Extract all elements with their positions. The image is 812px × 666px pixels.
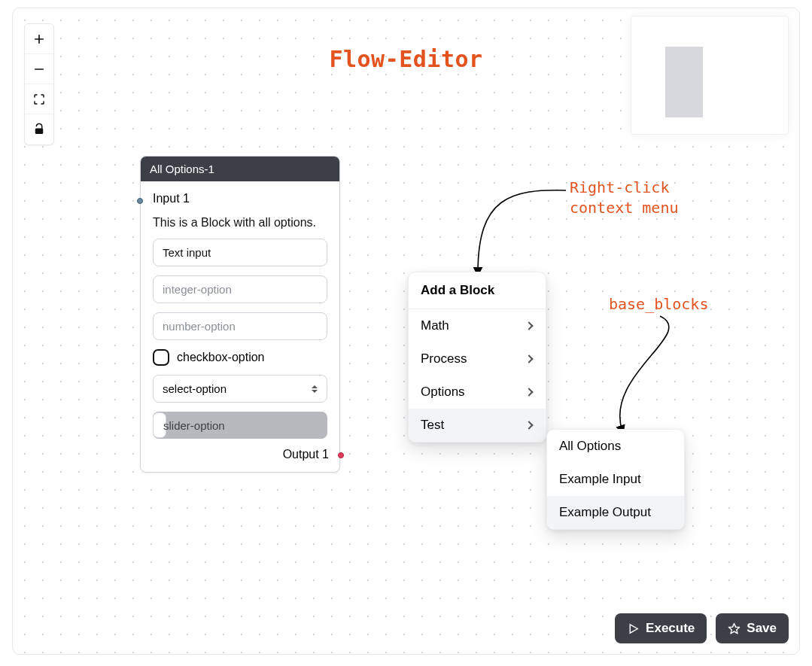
chevron-right-icon: [525, 388, 533, 396]
context-menu-item-label: Process: [421, 351, 467, 366]
context-menu-item-math[interactable]: Math: [409, 309, 546, 342]
select-option-value: select-option: [163, 382, 227, 395]
submenu-item-all-options[interactable]: All Options: [547, 430, 684, 463]
zoom-in-button[interactable]: [25, 24, 53, 54]
submenu-item-example-output[interactable]: Example Output: [547, 496, 684, 529]
number-option-field[interactable]: [153, 312, 327, 340]
svg-marker-5: [729, 623, 740, 633]
annotation-arrow-base-blocks: [611, 315, 716, 442]
view-toolbar: [24, 23, 54, 145]
node-title[interactable]: All Options-1: [141, 157, 339, 181]
output-port[interactable]: [338, 452, 344, 458]
submenu-item-example-input[interactable]: Example Input: [547, 463, 684, 496]
context-submenu: All OptionsExample InputExample Output: [546, 429, 685, 530]
checkbox-option-row: checkbox-option: [153, 349, 327, 366]
play-icon: [627, 622, 640, 635]
context-menu-item-options[interactable]: Options: [409, 376, 546, 409]
star-icon: [728, 622, 741, 635]
input-port[interactable]: [137, 198, 143, 204]
context-menu-item-test[interactable]: Test: [409, 409, 546, 442]
fit-view-icon: [32, 93, 46, 106]
execute-button-label: Execute: [646, 621, 695, 636]
context-menu-item-label: Options: [421, 385, 465, 400]
checkbox-option-label: checkbox-option: [177, 351, 265, 364]
chevron-right-icon: [525, 321, 533, 330]
minimap-viewport: [665, 47, 703, 117]
select-caret-icon: [310, 385, 319, 394]
flow-canvas[interactable]: Flow-Editor Right-click context menu bas…: [12, 8, 800, 655]
zoom-out-button[interactable]: [25, 54, 53, 84]
annotation-base-blocks: base_blocks: [609, 294, 708, 315]
context-menu-title: Add a Block: [409, 272, 546, 309]
svg-rect-3: [35, 129, 44, 135]
page-title: Flow-Editor: [329, 46, 482, 72]
integer-option-field[interactable]: [153, 275, 327, 303]
context-menu-item-label: Math: [421, 318, 449, 333]
node-all-options[interactable]: All Options-1 Input 1 This is a Block wi…: [140, 156, 340, 473]
input-port-label: Input 1: [141, 181, 339, 205]
select-option-field[interactable]: select-option: [153, 375, 327, 403]
slider-option[interactable]: slider-option: [153, 412, 327, 439]
checkbox-option[interactable]: [153, 349, 169, 366]
output-port-label: Output 1: [141, 443, 339, 472]
slider-option-label: slider-option: [163, 419, 225, 432]
node-description: This is a Block with all options.: [153, 216, 327, 230]
context-menu-item-label: Test: [421, 418, 444, 433]
lock-view-button[interactable]: [25, 114, 53, 144]
submenu-item-label: Example Input: [559, 472, 641, 487]
svg-marker-4: [630, 624, 637, 632]
unlock-icon: [32, 123, 46, 136]
minimap[interactable]: [631, 16, 789, 135]
plus-icon: [32, 32, 46, 46]
save-button[interactable]: Save: [716, 613, 789, 643]
fit-view-button[interactable]: [25, 84, 53, 114]
context-menu: Add a Block MathProcessOptionsTest: [408, 272, 546, 442]
annotation-context-menu: Right-click context menu: [570, 178, 679, 218]
chevron-right-icon: [525, 354, 533, 363]
footer-actions: Execute Save: [615, 613, 789, 643]
submenu-item-label: Example Output: [559, 505, 651, 520]
execute-button[interactable]: Execute: [615, 613, 707, 643]
text-input-field[interactable]: [153, 239, 327, 266]
context-menu-item-process[interactable]: Process: [409, 342, 546, 376]
node-body: This is a Block with all options. checkb…: [141, 205, 339, 443]
chevron-right-icon: [525, 421, 533, 429]
minus-icon: [32, 62, 46, 76]
save-button-label: Save: [747, 621, 777, 636]
submenu-item-label: All Options: [559, 439, 621, 454]
